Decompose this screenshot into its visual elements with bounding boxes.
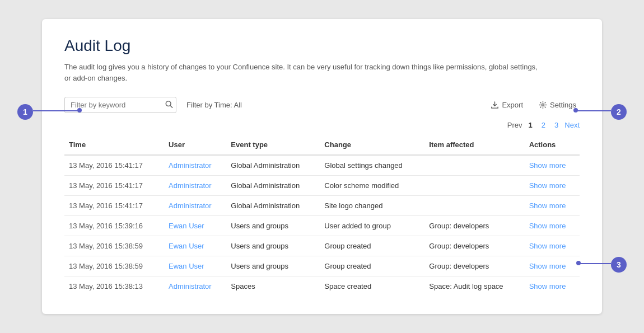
col-actions: Actions xyxy=(525,135,580,155)
annotation-line-1 xyxy=(33,110,78,111)
annotation-badge-3: 3 xyxy=(611,257,627,273)
cell-item-affected: Group: developers xyxy=(424,256,524,276)
col-event-type: Event type xyxy=(226,135,320,155)
export-button[interactable]: Export xyxy=(487,99,526,111)
annotation-dot-1 xyxy=(77,108,82,112)
cell-time: 13 May, 2016 15:39:16 xyxy=(64,216,164,236)
svg-line-1 xyxy=(170,105,172,107)
cell-action: Show more xyxy=(525,176,580,196)
cell-change: User added to group xyxy=(320,216,424,236)
cell-action: Show more xyxy=(525,196,580,216)
cell-event-type: Spaces xyxy=(226,276,320,297)
annotation-badge-1: 1 xyxy=(17,104,33,120)
cell-change: Site logo changed xyxy=(320,196,424,216)
page-1[interactable]: 1 xyxy=(526,120,535,130)
cell-change: Group created xyxy=(320,256,424,276)
cell-event-type: Global Administration xyxy=(226,196,320,216)
user-link[interactable]: Ewan User xyxy=(169,262,204,270)
export-icon xyxy=(491,101,499,109)
search-icon xyxy=(165,100,173,108)
cell-change: Group created xyxy=(320,236,424,256)
cell-user[interactable]: Administrator xyxy=(164,276,226,297)
table-row: 13 May, 2016 15:38:59 Ewan User Users an… xyxy=(64,256,580,276)
filter-right: Export Settings xyxy=(487,99,580,111)
table-row: 13 May, 2016 15:38:13 Administrator Spac… xyxy=(64,276,580,297)
next-button[interactable]: Next xyxy=(564,121,580,129)
cell-time: 13 May, 2016 15:41:17 xyxy=(64,176,164,196)
cell-item-affected: Group: developers xyxy=(424,216,524,236)
cell-item-affected xyxy=(424,155,524,176)
show-more-link[interactable]: Show more xyxy=(529,282,566,290)
filter-bar: Filter by Time: All Export Settings xyxy=(64,97,580,113)
cell-item-affected: Space: Audit log space xyxy=(424,276,524,297)
page-2[interactable]: 2 xyxy=(539,120,548,130)
pagination: Prev 1 2 3 Next xyxy=(64,120,580,130)
table-row: 13 May, 2016 15:39:16 Ewan User Users an… xyxy=(64,216,580,236)
user-link[interactable]: Administrator xyxy=(169,181,212,190)
col-item-affected: Item affected xyxy=(424,135,524,155)
show-more-link[interactable]: Show more xyxy=(529,181,566,190)
cell-action: Show more xyxy=(525,276,580,297)
show-more-link[interactable]: Show more xyxy=(529,222,566,230)
cell-time: 13 May, 2016 15:41:17 xyxy=(64,196,164,216)
search-button[interactable] xyxy=(165,100,173,110)
show-more-link[interactable]: Show more xyxy=(529,242,566,250)
cell-action: Show more xyxy=(525,256,580,276)
cell-user[interactable]: Ewan User xyxy=(164,256,226,276)
table-header-row: Time User Event type Change Item affecte… xyxy=(64,135,580,155)
table-row: 13 May, 2016 15:41:17 Administrator Glob… xyxy=(64,196,580,216)
cell-event-type: Users and groups xyxy=(226,236,320,256)
show-more-link[interactable]: Show more xyxy=(529,161,566,170)
table-row: 13 May, 2016 15:38:59 Ewan User Users an… xyxy=(64,236,580,256)
col-change: Change xyxy=(320,135,424,155)
cell-item-affected xyxy=(424,196,524,216)
cell-user[interactable]: Ewan User xyxy=(164,216,226,236)
user-link[interactable]: Administrator xyxy=(169,201,212,210)
cell-time: 13 May, 2016 15:41:17 xyxy=(64,155,164,176)
user-link[interactable]: Ewan User xyxy=(169,242,204,250)
cell-user[interactable]: Administrator xyxy=(164,155,226,176)
cell-change: Color scheme modified xyxy=(320,176,424,196)
table-row: 13 May, 2016 15:41:17 Administrator Glob… xyxy=(64,155,580,176)
cell-user[interactable]: Administrator xyxy=(164,196,226,216)
page-3[interactable]: 3 xyxy=(552,120,561,130)
cell-user[interactable]: Administrator xyxy=(164,176,226,196)
cell-time: 13 May, 2016 15:38:13 xyxy=(64,276,164,297)
annotation-dot-3 xyxy=(576,261,581,265)
cell-item-affected: Group: developers xyxy=(424,236,524,256)
cell-user[interactable]: Ewan User xyxy=(164,236,226,256)
user-link[interactable]: Ewan User xyxy=(169,222,204,230)
cell-action: Show more xyxy=(525,155,580,176)
audit-log-table: Time User Event type Change Item affecte… xyxy=(64,135,580,296)
show-more-link[interactable]: Show more xyxy=(529,201,566,210)
cell-item-affected xyxy=(424,176,524,196)
cell-event-type: Global Administration xyxy=(226,176,320,196)
annotation-badge-2: 2 xyxy=(611,104,627,120)
filter-left: Filter by Time: All xyxy=(64,97,242,113)
cell-action: Show more xyxy=(525,236,580,256)
cell-change: Global settings changed xyxy=(320,155,424,176)
prev-label: Prev xyxy=(507,121,522,129)
annotation-dot-2 xyxy=(573,108,578,112)
cell-event-type: Global Administration xyxy=(226,155,320,176)
page-title: Audit Log xyxy=(64,37,580,55)
cell-change: Space created xyxy=(320,276,424,297)
annotation-line-3 xyxy=(580,263,611,264)
cell-event-type: Users and groups xyxy=(226,216,320,236)
filter-time-label: Filter by Time: All xyxy=(186,101,242,109)
cell-time: 13 May, 2016 15:38:59 xyxy=(64,236,164,256)
col-user: User xyxy=(164,135,226,155)
annotation-line-2 xyxy=(577,110,611,111)
user-link[interactable]: Administrator xyxy=(169,282,212,290)
page-description: The audit log gives you a history of cha… xyxy=(64,62,540,83)
svg-point-2 xyxy=(542,104,544,106)
cell-time: 13 May, 2016 15:38:59 xyxy=(64,256,164,276)
cell-event-type: Users and groups xyxy=(226,256,320,276)
settings-icon xyxy=(539,101,547,109)
show-more-link[interactable]: Show more xyxy=(529,262,566,270)
user-link[interactable]: Administrator xyxy=(169,161,212,170)
table-row: 13 May, 2016 15:41:17 Administrator Glob… xyxy=(64,176,580,196)
col-time: Time xyxy=(64,135,164,155)
cell-action: Show more xyxy=(525,216,580,236)
